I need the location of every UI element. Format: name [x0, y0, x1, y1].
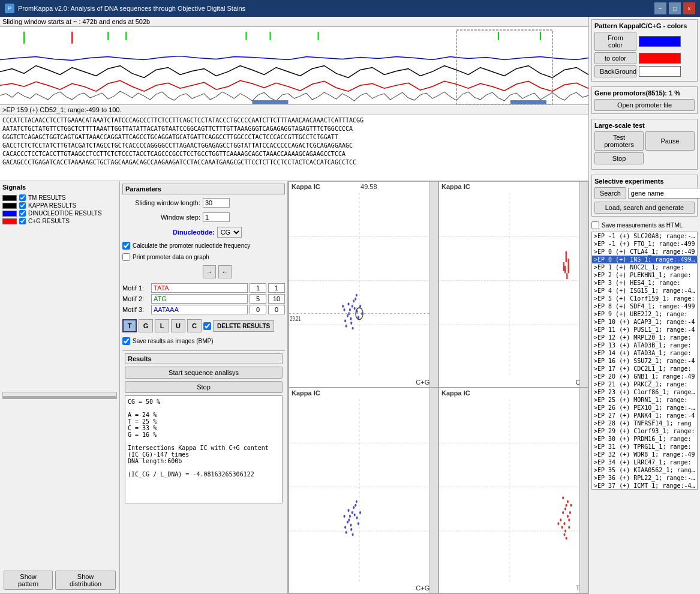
motif-1-num1[interactable] [250, 283, 266, 293]
motif-3-num1[interactable] [250, 305, 266, 314]
gene-list-item[interactable]: >EP 3 (+) HES4_1; range: [592, 279, 697, 287]
load-search-generate-button[interactable]: Load, search and generate [594, 202, 695, 214]
gene-list-item[interactable]: >EP 27 (+) PANK4_1; range:-4 [592, 412, 697, 419]
motif-2-input[interactable] [151, 294, 248, 304]
plot-br-scrollbar[interactable] [579, 388, 588, 593]
search-button[interactable]: Search [594, 187, 626, 199]
gene-list-item[interactable]: >EP 28 (+) TNFRSF14_1; rang [592, 419, 697, 427]
gene-list-item[interactable]: >EP 1 (+) NOC2L_1; range: [592, 263, 697, 271]
save-bmp-checkbox[interactable] [122, 337, 130, 345]
gene-list-item[interactable]: >EP -1 (+) FTO_1; range:-499 [592, 240, 697, 248]
save-html-checkbox[interactable] [591, 221, 599, 229]
gene-list-item[interactable]: >EP 26 (+) PEX10_1; range:-49 [592, 404, 697, 412]
gene-list-item[interactable]: >EP 2 (+) PLEKHN1_1; range: [592, 271, 697, 279]
gene-name-input[interactable]: gene name [628, 188, 700, 199]
gene-list-item[interactable]: >EP -1 (+) SLC20A8; range:-49 [592, 232, 697, 240]
arrow-right-button[interactable]: → [203, 265, 216, 278]
kappa-checkbox[interactable] [19, 202, 26, 209]
bg-color-swatch[interactable] [639, 66, 681, 77]
maximize-button[interactable]: □ [669, 2, 681, 14]
gene-list-item[interactable]: >EP 0 (+) CTLA4_1; range:-49 [592, 248, 697, 256]
window-step-input[interactable]: 1 [203, 212, 230, 222]
results-text-area[interactable]: CG = 50 % A = 24 % T = 25 % C = 33 % G =… [125, 395, 283, 503]
start-analysis-button[interactable]: Start sequence analisys [125, 367, 283, 379]
plot-tr-scrollbar[interactable] [579, 182, 588, 387]
gene-list-item[interactable]: >EP 25 (+) MORN1_1; range: [592, 396, 697, 404]
gene-list[interactable]: >EP -1 (+) SLC20A8; range:-49>EP -1 (+) … [591, 232, 698, 490]
motif-1-input[interactable] [151, 283, 248, 293]
to-color-button[interactable]: to color [594, 52, 636, 64]
g-button[interactable]: G [139, 319, 153, 332]
gene-list-item[interactable]: >EP 14 (+) ATAD3A_1; range: [592, 349, 697, 357]
dinucleotide-select[interactable]: CG AT GC [217, 227, 242, 238]
motif-3-input[interactable] [151, 305, 248, 314]
pause-button[interactable]: Pause [645, 131, 695, 151]
gene-list-item[interactable]: >EP 0 (+) INS_1; range:-499 to [592, 256, 697, 263]
plot-bl-scrollbar[interactable] [429, 388, 438, 593]
gene-list-item[interactable]: >EP 16 (+) SSU72_1; range:-4 [592, 357, 697, 365]
gene-list-item[interactable]: >EP 4 (+) ISG15_1; range:-499 [592, 287, 697, 295]
motif-2-num2[interactable] [268, 294, 285, 304]
svg-point-76 [563, 522, 565, 525]
large-scale-section: Large-scale test Test promoters Pause St… [591, 119, 698, 170]
l-button[interactable]: L [155, 319, 169, 332]
gene-list-item[interactable]: >EP 13 (+) ATAD3B_1; range: [592, 341, 697, 349]
stop-button[interactable]: Stop [125, 381, 283, 393]
from-color-swatch[interactable] [639, 36, 681, 47]
gene-list-item[interactable]: >EP 11 (+) PUSL1_1; range:-4 [592, 326, 697, 334]
calc-freq-row: Calculate the promoter nucleotide freque… [122, 242, 285, 250]
gene-list-item[interactable]: >EP 34 (+) LRRC47_1; range: [592, 458, 697, 466]
signal-scrollbar[interactable] [2, 392, 117, 399]
sequence-text-area[interactable]: CCCATCTACAACCTCCTTGAAACATAAATCTATCCCAGCC… [0, 115, 588, 181]
svg-rect-47 [563, 262, 564, 271]
gene-list-item[interactable]: >EP 32 (+) WDR8_1; range:-49 [592, 451, 697, 458]
gene-list-item[interactable]: >EP 21 (+) PRKCZ_1; range: [592, 380, 697, 388]
plot-tl-scrollbar[interactable] [429, 182, 438, 387]
gene-list-item[interactable]: >EP 35 (+) KIAA0562_1; range: [592, 466, 697, 474]
gene-list-item[interactable]: >EP 12 (+) MRPL20_1; range: [592, 334, 697, 341]
gene-list-item[interactable]: >EP 20 (+) GNB1_1; range:-49 [592, 373, 697, 380]
gene-list-item[interactable]: >EP 37 (+) ICMT_1; range:-499 [592, 482, 697, 490]
svg-point-90 [570, 503, 572, 506]
letter-checkbox[interactable] [203, 322, 211, 330]
gene-list-item[interactable]: >EP 30 (+) PRDM16_1; range: [592, 435, 697, 443]
show-pattern-button[interactable]: Show pattern [4, 571, 53, 590]
gene-list-item[interactable]: >EP 10 (+) ACAP3_1; range:-4 [592, 318, 697, 326]
arrow-left-button[interactable]: ← [218, 265, 232, 278]
sliding-window-input[interactable]: 30 [203, 198, 230, 208]
gene-list-item[interactable]: >EP 29 (+) C1orf93_1; range: [592, 427, 697, 435]
u-button[interactable]: U [171, 319, 185, 332]
tm-checkbox[interactable] [19, 194, 26, 201]
c-button[interactable]: C [187, 319, 202, 332]
gene-list-item[interactable]: >EP 8 (+) SDF4_1; range:-499 [592, 302, 697, 310]
motif-3-num2[interactable] [268, 305, 285, 314]
gene-list-item[interactable]: >EP 17 (+) CDC2L1_1; range: [592, 365, 697, 373]
gene-list-item[interactable]: >EP 36 (+) RPL22_1; range:-49 [592, 474, 697, 482]
sequence-header: Sliding window starts at ~ : 472b and en… [0, 17, 588, 27]
gene-list-item[interactable]: >EP 5 (+) C1orf159_1; range: [592, 295, 697, 302]
gene-list-item[interactable]: >EP 31 (+) TPRG1L_1; range: [592, 443, 697, 451]
svg-point-75 [567, 515, 569, 518]
plot-bottom-left: Kappa IC C+G% [289, 388, 438, 594]
motif-1-num2[interactable] [268, 283, 285, 293]
dinucleotide-checkbox[interactable] [19, 210, 26, 217]
calc-freq-checkbox[interactable] [122, 242, 130, 250]
close-button[interactable]: × [683, 2, 695, 14]
svg-rect-46 [566, 273, 567, 279]
show-distribution-button[interactable]: Show distribution [55, 571, 116, 590]
from-color-button[interactable]: From color [594, 32, 636, 51]
delete-results-button[interactable]: DELETE RESULTS [213, 320, 274, 332]
minimize-button[interactable]: − [654, 2, 666, 14]
motif-2-num1[interactable] [250, 294, 266, 304]
motif-1-label: Motif 1: [122, 284, 149, 292]
open-promoter-file-button[interactable]: Open promoter file [594, 99, 695, 111]
test-promoters-button[interactable]: Test promoters [594, 131, 644, 151]
bg-color-button[interactable]: BackGround [594, 65, 636, 77]
to-color-swatch[interactable] [639, 53, 681, 64]
cg-checkbox[interactable] [19, 218, 26, 224]
t-button[interactable]: T [122, 319, 137, 332]
gene-list-item[interactable]: >EP 9 (+) UBE2J2_1; range: [592, 310, 697, 318]
print-promoter-checkbox[interactable] [122, 253, 130, 261]
large-scale-stop-button[interactable]: Stop [594, 152, 644, 164]
gene-list-item[interactable]: >EP 23 (+) C1orf86_1; range:-4 [592, 388, 697, 396]
